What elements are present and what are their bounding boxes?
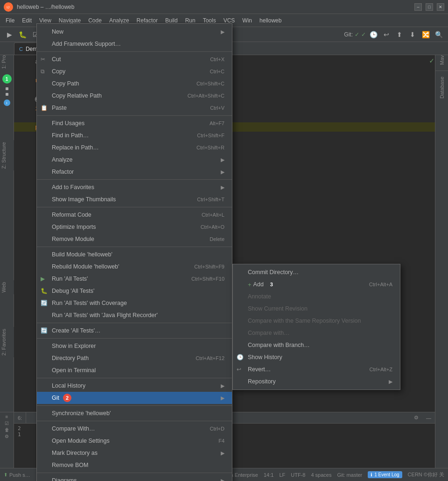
indent-label[interactable]: 4 spaces xyxy=(311,472,331,478)
ctx-compare-with-sub[interactable]: Compare with… xyxy=(233,327,400,339)
copy-icon: ⧉ xyxy=(41,68,45,75)
ctx-rebuild-module-label: Rebuild Module 'helloweb' xyxy=(52,263,119,270)
push-status[interactable]: ⬆ Push s… xyxy=(4,472,30,478)
ctx-replace-in-path[interactable]: Replace in Path… Ctrl+Shift+R xyxy=(37,141,232,154)
ctx-module-settings-shortcut: F4 xyxy=(218,438,224,444)
event-log-badge[interactable]: ℹ 1 Event Log xyxy=(368,471,402,478)
ctx-copy-path[interactable]: Copy Path Ctrl+Shift+C xyxy=(37,78,232,90)
git-branch-label[interactable]: Git: master xyxy=(337,472,362,478)
ctx-remove-bom-label: Remove BOM xyxy=(52,462,89,468)
ctx-create-tests-label: Create 'All Tests'… xyxy=(52,327,101,334)
ctx-show-current-rev[interactable]: Show Current Revision xyxy=(233,303,400,315)
ctx-find-in-path-shortcut: Ctrl+Shift+F xyxy=(197,133,224,138)
git-search2-button[interactable]: 🔍 xyxy=(433,29,444,40)
ctx-add-favorites[interactable]: Add to Favorites ▶ xyxy=(37,181,232,193)
svg-text:IJ: IJ xyxy=(7,5,9,9)
ctx-debug-all-tests[interactable]: 🐛 Debug 'All Tests' xyxy=(37,285,232,297)
ctx-diagrams-arrow: ▶ xyxy=(221,478,224,481)
git-branch-button[interactable]: 🔀 xyxy=(420,29,431,40)
ctx-mark-directory[interactable]: Mark Directory as ▶ xyxy=(37,447,232,459)
web-tab[interactable]: Web xyxy=(0,280,7,294)
ctx-repository[interactable]: Repository ▶ xyxy=(233,375,400,388)
ctx-run-flight[interactable]: Run 'All Tests' with 'Java Flight Record… xyxy=(37,309,232,321)
close-button[interactable]: ✕ xyxy=(437,3,444,11)
ctx-replace-in-path-label: Replace in Path… xyxy=(52,144,99,151)
ctx-add[interactable]: + Add 3 Ctrl+Alt+A xyxy=(233,278,400,290)
encoding-label[interactable]: UTF-8 xyxy=(291,472,305,478)
ctx-compare-branch[interactable]: Compare with Branch… xyxy=(233,339,400,351)
ctx-show-history[interactable]: 🕒 Show History xyxy=(233,351,400,363)
ctx-copy[interactable]: ⧉ Copy Ctrl+C xyxy=(37,65,232,78)
ctx-module-settings-label: Open Module Settings xyxy=(52,438,110,444)
ctx-run-all-tests[interactable]: ▶ Run 'All Tests' Ctrl+Shift+F10 xyxy=(37,273,232,285)
favorites-tab[interactable]: 2: Favorites xyxy=(0,327,7,357)
bottom-tab-settings[interactable]: ⚙ xyxy=(410,415,422,421)
ctx-analyze[interactable]: Analyze ▶ xyxy=(37,154,232,166)
ctx-local-history[interactable]: Local History ▶ xyxy=(37,380,232,392)
bottom-icon1[interactable]: ≡ xyxy=(6,414,8,419)
ctx-compare-same-repo[interactable]: Compare with the Same Repository Version xyxy=(233,315,400,327)
ctx-cut[interactable]: ✂ Cut Ctrl+X xyxy=(37,53,232,65)
ctx-find-in-path[interactable]: Find in Path… Ctrl+Shift+F xyxy=(37,129,232,141)
structure-label-area: Z: Structure xyxy=(0,140,14,170)
ctx-commit-dir[interactable]: Commit Directory… xyxy=(233,266,400,278)
bottom-icon4[interactable]: ⚙ xyxy=(5,434,9,439)
run-button[interactable]: ▶ xyxy=(4,29,15,40)
ctx-optimize-imports[interactable]: Optimize Imports Ctrl+Alt+O xyxy=(37,221,232,233)
ctx-mark-arrow: ▶ xyxy=(221,450,224,456)
ctx-show-explorer[interactable]: Show in Explorer xyxy=(37,340,232,352)
ctx-paste[interactable]: 📋 Paste Ctrl+V xyxy=(37,102,232,114)
git-revert-button[interactable]: ↩ xyxy=(381,29,392,40)
menu-helloweb[interactable]: helloweb xyxy=(256,15,285,26)
bottom-icon2[interactable]: ☑ xyxy=(5,421,9,426)
ctx-build-module[interactable]: Build Module 'helloweb' xyxy=(37,248,232,261)
ctx-compare-with-shortcut: Ctrl+D xyxy=(210,426,224,431)
ctx-add-framework[interactable]: Add Framework Support… xyxy=(37,38,232,50)
ctx-run-coverage[interactable]: 🔄 Run 'All Tests' with Coverage xyxy=(37,297,232,309)
ctx-new[interactable]: New ▶ xyxy=(37,26,232,38)
bottom-icon3[interactable]: 🗑 xyxy=(5,427,9,432)
ctx-annotate[interactable]: Annotate xyxy=(233,290,400,303)
web-label-area: Web xyxy=(0,280,14,294)
ctx-image-thumbnails-shortcut: Ctrl+Shift+T xyxy=(197,197,224,202)
ctx-diagrams[interactable]: Diagrams ▶ xyxy=(37,474,232,481)
position-label[interactable]: 14:1 xyxy=(264,472,273,478)
line-ending-label[interactable]: LF xyxy=(279,472,285,478)
structure-tab[interactable]: Z: Structure xyxy=(0,140,7,170)
window-controls[interactable]: – □ ✕ xyxy=(414,3,444,11)
ctx-copy-path-label: Copy Path xyxy=(52,80,79,87)
ctx-compare-with[interactable]: Compare With… Ctrl+D xyxy=(37,423,232,435)
ctx-revert[interactable]: ↩ Revert… Ctrl+Alt+Z xyxy=(233,363,400,375)
ctx-open-terminal[interactable]: Open in Terminal xyxy=(37,364,232,376)
git-push-button[interactable]: ⬆ xyxy=(394,29,405,40)
menu-edit[interactable]: Edit xyxy=(18,15,35,26)
debug-button[interactable]: 🐛 xyxy=(17,29,28,40)
bottom-tab-minus[interactable]: — xyxy=(422,415,435,421)
ctx-debug-label: Debug 'All Tests' xyxy=(52,288,94,294)
ctx-copy-label: Copy xyxy=(52,68,65,75)
ctx-image-thumbnails[interactable]: Show Image Thumbnails Ctrl+Shift+T xyxy=(37,193,232,205)
menu-win[interactable]: Win xyxy=(238,15,256,26)
maximize-button[interactable]: □ xyxy=(426,3,433,11)
minimize-button[interactable]: – xyxy=(414,3,422,11)
ctx-module-settings[interactable]: Open Module Settings F4 xyxy=(37,435,232,447)
ctx-remove-bom[interactable]: Remove BOM xyxy=(37,459,232,471)
ctx-synchronize[interactable]: Synchronize 'helloweb' xyxy=(37,407,232,419)
ctx-remove-module[interactable]: Remove Module Delete xyxy=(37,233,232,245)
right-sep1 xyxy=(435,71,448,71)
ctx-git[interactable]: Git 2 ▶ xyxy=(37,392,232,404)
ctx-copy-rel-path[interactable]: Copy Relative Path Ctrl+Alt+Shift+C xyxy=(37,90,232,102)
ctx-rebuild-module[interactable]: Rebuild Module 'helloweb' Ctrl+Shift+F9 xyxy=(37,261,232,273)
ctx-create-tests[interactable]: 🔄 Create 'All Tests'… xyxy=(37,325,232,337)
ctx-refactor[interactable]: Refactor ▶ xyxy=(37,166,232,178)
git-history-button[interactable]: 🕒 xyxy=(368,29,379,40)
ctx-reformat[interactable]: Reformat Code Ctrl+Alt+L xyxy=(37,209,232,221)
menu-file[interactable]: File xyxy=(2,15,18,26)
bottom-tab-6[interactable]: 6: xyxy=(14,412,26,424)
ctx-reformat-label: Reformat Code xyxy=(52,212,91,218)
ctx-add-favorites-label: Add to Favorites xyxy=(52,184,94,191)
database-tab[interactable]: Database xyxy=(437,73,447,102)
git-pull-button[interactable]: ⬇ xyxy=(407,29,418,40)
ctx-find-usages[interactable]: Find Usages Alt+F7 xyxy=(37,117,232,129)
ctx-directory-path[interactable]: Directory Path Ctrl+Alt+F12 xyxy=(37,352,232,364)
